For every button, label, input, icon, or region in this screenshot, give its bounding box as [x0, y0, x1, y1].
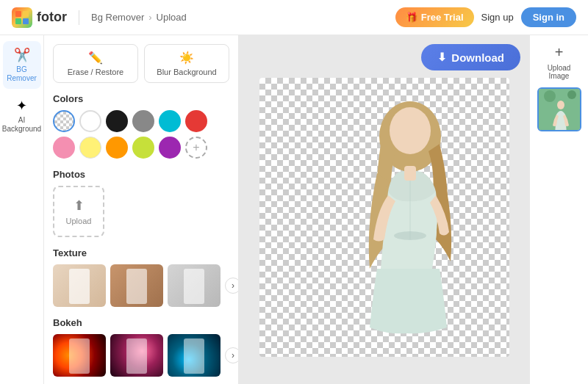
logo-text: fotor [37, 10, 67, 25]
sidebar-item-ai-background[interactable]: ✦ AIBackground [3, 92, 41, 140]
tab-blur-background[interactable]: ☀️ Blur Background [144, 44, 229, 83]
bokeh-scroll-right[interactable]: › [225, 347, 239, 363]
svg-point-11 [567, 90, 576, 99]
canvas-wrapper[interactable] [259, 78, 509, 357]
bokeh-row: › [53, 334, 229, 377]
breadcrumb-separator: › [148, 12, 151, 23]
svg-point-5 [390, 107, 431, 154]
color-add-button[interactable]: + [185, 137, 207, 159]
svg-point-10 [544, 90, 556, 102]
photos-title: Photos [53, 169, 229, 180]
sun-icon: ☀️ [179, 51, 194, 65]
color-yellow[interactable] [79, 137, 101, 159]
logo-svg [15, 11, 29, 24]
color-black[interactable] [106, 110, 128, 132]
colors-title: Colors [53, 93, 229, 104]
thumbnail-image [539, 89, 580, 130]
gift-icon: 🎁 [406, 12, 417, 23]
svg-rect-1 [23, 11, 29, 17]
bg-remover-label: BGRemover [7, 65, 37, 83]
tools-sidebar: ✂️ BGRemover ✦ AIBackground [0, 35, 44, 384]
breadcrumb-page: Upload [157, 12, 187, 23]
header-left: fotor Bg Remover › Upload [12, 7, 187, 28]
svg-rect-2 [15, 18, 21, 24]
svg-point-8 [394, 231, 426, 240]
texture-thumb-1[interactable] [53, 264, 106, 307]
scissors-icon: ✂️ [14, 47, 30, 63]
sparkle-icon: ✦ [16, 98, 27, 114]
download-button[interactable]: ⬇ Download [421, 44, 520, 70]
header-divider [79, 10, 79, 25]
header-right: 🎁 Free Trial Sign up Sign in [395, 7, 576, 27]
thumbnail-svg [539, 89, 581, 131]
colors-grid: + [53, 110, 229, 159]
tab-erase-restore[interactable]: ✏️ Erase / Restore [53, 44, 138, 83]
bokeh-thumb-2[interactable] [110, 334, 163, 377]
texture-scroll-right[interactable]: › [225, 278, 239, 294]
color-white[interactable] [79, 110, 101, 132]
bokeh-thumb-3[interactable] [168, 334, 220, 377]
color-pink[interactable] [53, 137, 75, 159]
color-orange[interactable] [106, 137, 128, 159]
color-purple[interactable] [159, 137, 181, 159]
color-green[interactable] [132, 137, 154, 159]
breadcrumb-tool: Bg Remover [91, 12, 144, 23]
texture-thumb-3[interactable] [168, 264, 220, 307]
svg-rect-0 [15, 11, 21, 17]
color-red[interactable] [185, 110, 207, 132]
texture-row: › [53, 264, 229, 307]
plus-icon: + [555, 44, 564, 61]
breadcrumb: Bg Remover › Upload [91, 12, 187, 23]
canvas-toolbar: ⬇ Download [248, 44, 520, 70]
brush-icon: ✏️ [88, 51, 103, 65]
fotor-logo[interactable]: fotor [12, 7, 67, 28]
color-cyan[interactable] [159, 110, 181, 132]
bokeh-thumb-1[interactable] [53, 334, 106, 377]
image-thumbnail[interactable] [537, 87, 581, 131]
photo-upload-box[interactable]: ⬆ Upload [53, 186, 104, 237]
svg-point-12 [557, 101, 564, 109]
panel-tabs: ✏️ Erase / Restore ☀️ Blur Background [53, 44, 229, 83]
texture-thumb-2[interactable] [110, 264, 163, 307]
upload-icon: ⬆ [74, 198, 85, 214]
download-icon: ⬇ [437, 51, 447, 64]
bokeh-title: Bokeh [53, 317, 229, 328]
svg-rect-3 [23, 18, 29, 24]
canvas-image [259, 78, 509, 357]
signup-button[interactable]: Sign up [481, 12, 514, 23]
upload-image-button[interactable]: + UploadImage [548, 44, 571, 80]
color-transparent[interactable] [53, 110, 75, 132]
color-gray[interactable] [132, 110, 154, 132]
header: fotor Bg Remover › Upload 🎁 Free Trial S… [0, 0, 588, 35]
logo-icon [12, 7, 32, 28]
right-sidebar: + UploadImage [529, 35, 588, 384]
upload-image-label: UploadImage [548, 64, 571, 80]
signin-button[interactable]: Sign in [521, 7, 576, 27]
main-layout: ✂️ BGRemover ✦ AIBackground ✏️ Erase / R… [0, 35, 588, 384]
texture-title: Texture [53, 247, 229, 258]
free-trial-button[interactable]: 🎁 Free Trial [395, 7, 474, 27]
svg-rect-7 [404, 166, 416, 181]
sidebar-item-bg-remover[interactable]: ✂️ BGRemover [3, 41, 41, 89]
ai-background-label: AIBackground [2, 116, 41, 134]
panel: ✏️ Erase / Restore ☀️ Blur Background Co… [44, 35, 239, 384]
canvas-area: ⬇ Download [239, 35, 529, 384]
